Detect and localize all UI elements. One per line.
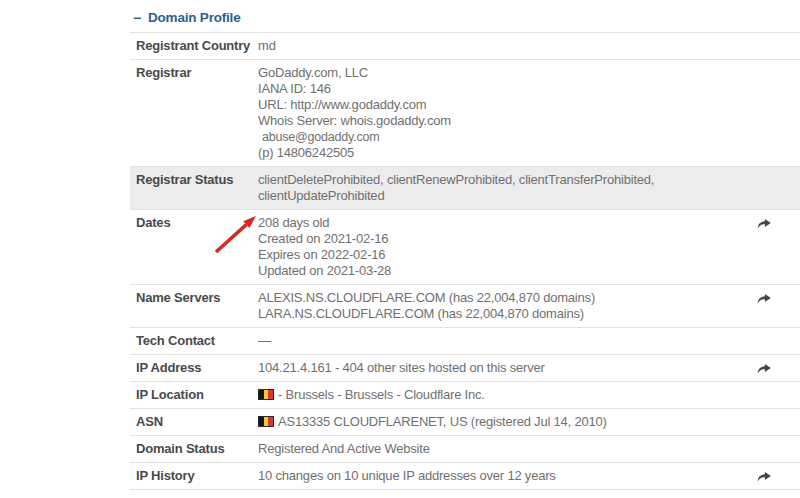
row-ip-address: IP Address 104.21.4.161 - 404 other site… [130, 355, 800, 382]
row-domain-status: Domain Status Registered And Active Webs… [130, 436, 800, 463]
row-value-line: 208 days old [258, 215, 732, 231]
row-ip-location: IP Location - Brussels - Brussels - Clou… [130, 382, 800, 409]
row-value-text: Whois Server: whois.godaddy.com [258, 113, 451, 128]
row-value-line: URL: http://www.godaddy.com [258, 97, 732, 113]
row-value-line: abuse@godaddy.com [258, 129, 732, 145]
row-value-text: - Brussels - Brussels - Cloudflare Inc. [278, 387, 485, 402]
row-value-text: 10 changes on 10 unique IP addresses ove… [258, 468, 556, 483]
row-value-line: Expires on 2022-02-16 [258, 247, 732, 263]
row-value: - Brussels - Brussels - Cloudflare Inc. [258, 387, 732, 403]
section-title: Domain Profile [148, 10, 240, 25]
row-value-text: IANA ID: 146 [258, 81, 331, 96]
row-value-line: GoDaddy.com, LLC [258, 65, 732, 81]
row-ip-history: IP History 10 changes on 10 unique IP ad… [130, 463, 800, 490]
row-label: Registrant Country [130, 38, 258, 54]
row-label: ASN [130, 414, 258, 430]
row-dates: Dates 208 days oldCreated on 2021-02-16E… [130, 210, 800, 285]
row-value-line: md [258, 38, 732, 54]
row-icon-cell [732, 360, 800, 376]
row-value: — [258, 333, 732, 349]
row-value: 10 changes on 10 unique IP addresses ove… [258, 468, 732, 484]
row-value-text: 208 days old [258, 215, 329, 230]
row-value-text: abuse@godaddy.com [262, 130, 379, 144]
row-name-servers: Name Servers ALEXIS.NS.CLOUDFLARE.COM (h… [130, 285, 800, 328]
share-forward-arrow-icon[interactable] [755, 216, 773, 231]
row-value: ALEXIS.NS.CLOUDFLARE.COM (has 22,004,870… [258, 290, 732, 322]
row-value-text: 104.21.4.161 - 404 other sites hosted on… [258, 360, 545, 375]
row-label: IP Address [130, 360, 258, 376]
row-value-line: clientDeleteProhibited, clientRenewProhi… [258, 172, 732, 204]
row-value-line: 104.21.4.161 - 404 other sites hosted on… [258, 360, 732, 376]
row-registrant-country: Registrant Country md [130, 33, 800, 60]
row-value: md [258, 38, 732, 54]
belgium-flag-icon [258, 389, 274, 400]
row-value-text: URL: http://www.godaddy.com [258, 97, 427, 112]
row-value-text: AS13335 CLOUDFLARENET, US (registered Ju… [278, 414, 607, 429]
row-value-text: LARA.NS.CLOUDFLARE.COM (has 22,004,870 d… [258, 306, 584, 321]
row-value: Registered And Active Website [258, 441, 732, 457]
domain-profile-header[interactable]: − Domain Profile [130, 0, 800, 33]
row-registrar-history: Registrar History 3 registrars with 1 dr… [130, 490, 800, 498]
profile-table: Registrant Country md Registrar GoDaddy.… [130, 33, 800, 498]
row-value-line: AS13335 CLOUDFLARENET, US (registered Ju… [258, 414, 732, 430]
domain-profile-section: − Domain Profile Registrant Country md R… [130, 0, 800, 498]
row-value-line: (p) 14806242505 [258, 145, 732, 161]
row-label: Name Servers [130, 290, 258, 306]
row-value-text: GoDaddy.com, LLC [258, 65, 368, 80]
collapse-minus-icon[interactable]: − [133, 13, 141, 23]
share-forward-arrow-icon[interactable] [755, 469, 773, 484]
row-icon-cell [732, 414, 800, 415]
row-label: IP Location [130, 387, 258, 403]
row-icon-cell [732, 468, 800, 484]
row-label: IP History [130, 468, 258, 484]
row-value-text: clientDeleteProhibited, clientRenewProhi… [258, 172, 654, 203]
row-icon-cell [732, 333, 800, 334]
row-value-text: Registered And Active Website [258, 441, 430, 456]
row-value-text: md [258, 38, 276, 53]
row-icon-cell [732, 215, 800, 231]
share-forward-arrow-icon[interactable] [755, 361, 773, 376]
row-icon-cell [732, 290, 800, 306]
row-value-line: — [258, 333, 732, 349]
row-value-line: - Brussels - Brussels - Cloudflare Inc. [258, 387, 732, 403]
row-value: clientDeleteProhibited, clientRenewProhi… [258, 172, 732, 204]
row-value: 104.21.4.161 - 404 other sites hosted on… [258, 360, 732, 376]
row-value: 208 days oldCreated on 2021-02-16Expires… [258, 215, 732, 279]
row-value-text: Updated on 2021-03-28 [258, 263, 391, 278]
row-registrar: Registrar GoDaddy.com, LLCIANA ID: 146UR… [130, 60, 800, 167]
share-forward-arrow-icon[interactable] [755, 291, 773, 306]
row-tech-contact: Tech Contact — [130, 328, 800, 355]
row-registrar-status: Registrar Status clientDeleteProhibited,… [130, 167, 800, 210]
row-value-line: 10 changes on 10 unique IP addresses ove… [258, 468, 732, 484]
row-value-text: ALEXIS.NS.CLOUDFLARE.COM (has 22,004,870… [258, 290, 595, 305]
row-asn: ASN AS13335 CLOUDFLARENET, US (registere… [130, 409, 800, 436]
row-value-text: — [258, 333, 271, 348]
row-label: Domain Status [130, 441, 258, 457]
row-value-line: Updated on 2021-03-28 [258, 263, 732, 279]
row-value-line: Registered And Active Website [258, 441, 732, 457]
row-label: Dates [130, 215, 258, 231]
row-icon-cell [732, 38, 800, 39]
belgium-flag-icon [258, 416, 274, 427]
row-value-line: Created on 2021-02-16 [258, 231, 732, 247]
row-label: Tech Contact [130, 333, 258, 349]
row-value-text: Created on 2021-02-16 [258, 231, 388, 246]
row-label: Registrar Status [130, 172, 258, 188]
row-value-text: (p) 14806242505 [258, 145, 354, 160]
row-icon-cell [732, 387, 800, 388]
row-value-line: ALEXIS.NS.CLOUDFLARE.COM (has 22,004,870… [258, 290, 732, 306]
row-label: Registrar [130, 65, 258, 81]
row-value-line: LARA.NS.CLOUDFLARE.COM (has 22,004,870 d… [258, 306, 732, 322]
row-value-line: IANA ID: 146 [258, 81, 732, 97]
row-value-text: Expires on 2022-02-16 [258, 247, 385, 262]
row-icon-cell [732, 65, 800, 66]
row-icon-cell [732, 441, 800, 442]
row-icon-cell [732, 172, 800, 173]
row-value: GoDaddy.com, LLCIANA ID: 146URL: http://… [258, 65, 732, 161]
row-value-line: Whois Server: whois.godaddy.com [258, 113, 732, 129]
row-value: AS13335 CLOUDFLARENET, US (registered Ju… [258, 414, 732, 430]
